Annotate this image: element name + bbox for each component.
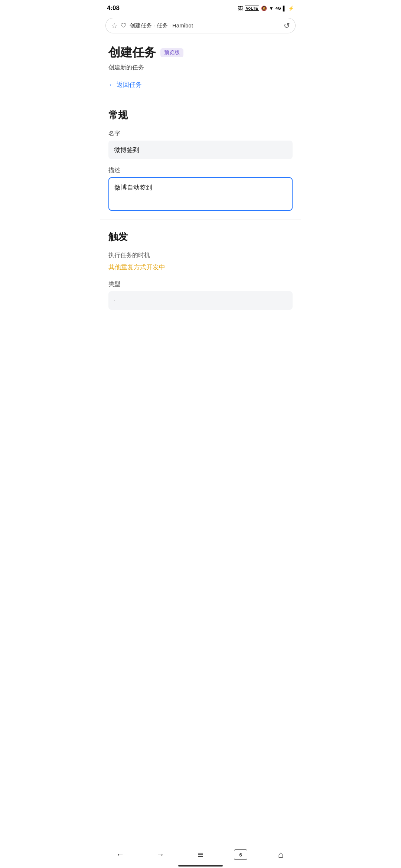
trigger-subtitle: 执行任务的时机	[108, 251, 293, 259]
image-icon: 🖼	[238, 6, 243, 11]
browser-url-bar[interactable]: ☆ 🛡 创建任务 · 任务 · Hamibot ↺	[105, 18, 296, 33]
general-section-title: 常规	[108, 109, 293, 122]
wifi-icon: ▼	[269, 6, 274, 11]
vol-icon: VoLTE	[245, 6, 259, 11]
trigger-section: 触发 执行任务的时机 其他重复方式开发中 类型 ·	[100, 220, 301, 310]
name-field-group: 名字	[108, 130, 293, 159]
desc-textarea[interactable]: 微博自动签到	[108, 177, 293, 211]
desc-field-group: 描述 微博自动签到	[108, 167, 293, 212]
desc-label: 描述	[108, 167, 293, 174]
mute-icon: 🔕	[261, 6, 267, 11]
shield-icon: 🛡	[121, 22, 127, 29]
page-title: 创建任务	[108, 45, 156, 61]
name-input[interactable]	[108, 141, 293, 159]
page-content: 创建任务 预览版 创建新的任务 ← 返回任务	[100, 37, 301, 89]
signal-4g-icon: 4G	[276, 6, 281, 10]
status-time: 4:08	[107, 4, 120, 12]
page-title-row: 创建任务 预览版	[108, 45, 293, 61]
page-header: 创建任务 预览版 创建新的任务	[108, 45, 293, 72]
status-icons: 🖼 VoLTE 🔕 ▼ 4G ▌ ⚡	[238, 6, 294, 11]
signal-icon: ▌	[283, 6, 286, 11]
url-text[interactable]: 创建任务 · 任务 · Hamibot	[130, 22, 281, 29]
back-link[interactable]: ← 返回任务	[108, 80, 293, 89]
type-dot: ·	[114, 296, 115, 303]
type-field-group: 类型 ·	[108, 280, 293, 310]
bookmark-icon[interactable]: ☆	[111, 21, 118, 30]
status-bar: 4:08 🖼 VoLTE 🔕 ▼ 4G ▌ ⚡	[100, 0, 301, 15]
page-subtitle: 创建新的任务	[108, 64, 293, 72]
name-label: 名字	[108, 130, 293, 138]
battery-icon: ⚡	[288, 6, 294, 11]
preview-badge: 预览版	[160, 48, 183, 57]
general-section: 常规 名字 描述 微博自动签到	[100, 98, 301, 212]
type-input-area[interactable]: ·	[108, 291, 293, 310]
reload-icon[interactable]: ↺	[284, 21, 290, 30]
type-label: 类型	[108, 280, 293, 288]
trigger-section-title: 触发	[108, 230, 293, 243]
trigger-warning: 其他重复方式开发中	[108, 263, 293, 272]
